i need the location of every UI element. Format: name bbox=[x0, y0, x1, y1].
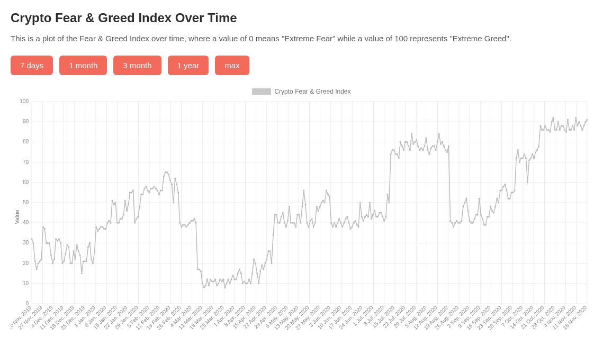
svg-point-441 bbox=[535, 151, 536, 153]
svg-point-139 bbox=[49, 242, 50, 244]
svg-point-138 bbox=[47, 242, 49, 244]
svg-point-158 bbox=[79, 254, 81, 256]
range-1month-button[interactable]: 1 month bbox=[59, 56, 107, 75]
range-1year-button[interactable]: 1 year bbox=[168, 56, 209, 75]
svg-point-265 bbox=[251, 272, 253, 274]
svg-point-247 bbox=[222, 279, 224, 280]
svg-point-364 bbox=[411, 133, 412, 135]
svg-point-198 bbox=[143, 188, 145, 189]
svg-point-449 bbox=[547, 129, 549, 131]
svg-point-385 bbox=[445, 149, 446, 151]
svg-point-387 bbox=[448, 145, 449, 147]
svg-point-358 bbox=[401, 145, 403, 147]
range-button-row: 7 days 1 month 3 month 1 year max bbox=[11, 56, 592, 75]
svg-point-327 bbox=[352, 226, 353, 228]
range-3month-button[interactable]: 3 month bbox=[113, 56, 161, 75]
svg-point-344 bbox=[379, 212, 380, 214]
svg-point-429 bbox=[516, 157, 517, 159]
svg-point-432 bbox=[520, 157, 522, 159]
svg-point-281 bbox=[277, 222, 279, 224]
svg-point-208 bbox=[160, 190, 161, 192]
svg-point-190 bbox=[131, 192, 132, 193]
svg-point-431 bbox=[519, 161, 520, 163]
svg-point-203 bbox=[151, 188, 153, 189]
svg-point-461 bbox=[567, 119, 569, 121]
svg-point-386 bbox=[446, 151, 448, 153]
svg-point-445 bbox=[541, 129, 543, 131]
svg-point-170 bbox=[98, 228, 100, 230]
svg-point-271 bbox=[261, 265, 263, 266]
svg-point-221 bbox=[181, 226, 182, 228]
svg-point-309 bbox=[322, 200, 324, 202]
svg-text:100: 100 bbox=[20, 98, 29, 104]
svg-point-133 bbox=[39, 260, 41, 262]
svg-point-415 bbox=[493, 212, 494, 214]
svg-point-331 bbox=[358, 226, 359, 228]
svg-point-377 bbox=[432, 145, 434, 147]
svg-point-159 bbox=[81, 272, 83, 274]
svg-point-131 bbox=[36, 269, 38, 270]
svg-point-292 bbox=[295, 226, 296, 228]
svg-point-162 bbox=[86, 260, 87, 262]
svg-point-334 bbox=[363, 220, 364, 222]
svg-point-348 bbox=[385, 216, 386, 217]
svg-point-148 bbox=[63, 260, 65, 262]
svg-point-266 bbox=[253, 258, 255, 260]
svg-point-143 bbox=[55, 238, 57, 240]
svg-point-280 bbox=[276, 214, 277, 215]
svg-point-426 bbox=[511, 192, 512, 193]
svg-point-155 bbox=[75, 258, 76, 260]
svg-point-394 bbox=[459, 222, 461, 224]
svg-point-317 bbox=[335, 226, 337, 228]
svg-point-212 bbox=[166, 171, 168, 173]
svg-point-360 bbox=[404, 141, 406, 143]
svg-point-323 bbox=[345, 218, 346, 220]
svg-point-267 bbox=[255, 262, 256, 264]
svg-point-400 bbox=[469, 220, 470, 222]
svg-point-393 bbox=[457, 222, 459, 224]
svg-point-134 bbox=[41, 258, 42, 260]
svg-text:40: 40 bbox=[23, 220, 29, 225]
svg-point-304 bbox=[314, 222, 316, 224]
svg-point-362 bbox=[408, 145, 409, 147]
svg-point-359 bbox=[403, 149, 404, 151]
svg-point-234 bbox=[202, 283, 203, 284]
legend-label: Crypto Fear & Greed Index bbox=[274, 88, 350, 95]
range-max-button[interactable]: max bbox=[215, 56, 249, 75]
svg-point-132 bbox=[38, 262, 39, 264]
svg-point-238 bbox=[208, 285, 210, 286]
svg-point-142 bbox=[53, 258, 55, 260]
svg-point-341 bbox=[374, 210, 375, 212]
svg-point-301 bbox=[309, 220, 311, 222]
svg-point-176 bbox=[108, 220, 110, 222]
svg-point-180 bbox=[115, 202, 116, 203]
svg-point-153 bbox=[71, 262, 73, 264]
svg-point-285 bbox=[284, 222, 285, 224]
svg-point-368 bbox=[417, 145, 419, 147]
svg-point-258 bbox=[240, 272, 242, 274]
svg-point-135 bbox=[42, 226, 44, 228]
svg-point-218 bbox=[176, 184, 177, 185]
svg-point-224 bbox=[185, 226, 187, 228]
svg-point-412 bbox=[488, 216, 490, 217]
svg-point-471 bbox=[583, 125, 584, 126]
svg-point-207 bbox=[158, 194, 160, 195]
svg-point-259 bbox=[242, 283, 244, 284]
svg-point-214 bbox=[169, 179, 171, 181]
svg-point-319 bbox=[338, 218, 340, 220]
range-7days-button[interactable]: 7 days bbox=[11, 56, 53, 75]
svg-point-195 bbox=[139, 206, 140, 207]
svg-point-455 bbox=[557, 121, 559, 123]
svg-point-422 bbox=[504, 184, 506, 185]
svg-point-268 bbox=[256, 272, 258, 274]
svg-point-129 bbox=[32, 242, 34, 244]
svg-point-391 bbox=[454, 222, 456, 224]
svg-text:70: 70 bbox=[23, 159, 29, 165]
svg-point-456 bbox=[559, 129, 561, 131]
svg-point-249 bbox=[226, 283, 227, 284]
svg-point-219 bbox=[177, 192, 179, 193]
svg-point-147 bbox=[61, 262, 63, 264]
svg-point-305 bbox=[316, 206, 318, 207]
svg-text:30: 30 bbox=[23, 240, 29, 245]
svg-point-288 bbox=[289, 206, 290, 207]
